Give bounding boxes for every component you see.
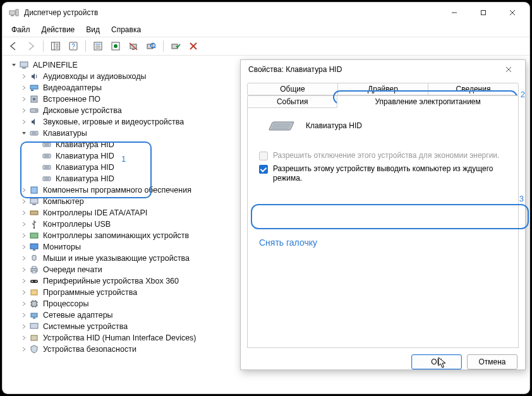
- caret-right-icon[interactable]: [19, 108, 29, 113]
- caret-down-icon[interactable]: [9, 63, 19, 68]
- tab-events[interactable]: События: [247, 95, 337, 108]
- svg-rect-44: [43, 165, 51, 169]
- svg-point-54: [33, 227, 35, 229]
- caret-right-icon[interactable]: [19, 267, 29, 272]
- svg-rect-53: [30, 211, 38, 215]
- enable-device-icon[interactable]: [169, 39, 183, 53]
- svg-rect-64: [31, 290, 37, 295]
- caret-right-icon[interactable]: [19, 279, 29, 284]
- checkbox-row-wake[interactable]: Разрешить этому устройству выводить комп…: [250, 164, 516, 183]
- help-icon[interactable]: ?: [66, 39, 80, 53]
- back-button[interactable]: [6, 39, 20, 53]
- dialog-title: Свойства: Клавиатура HID: [248, 65, 496, 74]
- svg-text:?: ?: [71, 43, 75, 50]
- keyboard-icon: [42, 140, 52, 150]
- caret-right-icon[interactable]: [19, 324, 29, 329]
- caret-right-icon[interactable]: [19, 199, 29, 204]
- dialog-titlebar: Свойства: Клавиатура HID: [241, 60, 525, 79]
- annotation-number-3: 3: [519, 194, 524, 203]
- hid-icon: [29, 333, 39, 343]
- svg-rect-57: [33, 249, 35, 251]
- caret-down-icon[interactable]: [19, 131, 29, 136]
- checkbox-wake[interactable]: [259, 165, 268, 174]
- display-adapter-icon: [29, 83, 39, 93]
- firmware-icon: [29, 94, 39, 104]
- processor-icon: [29, 299, 39, 309]
- svg-point-62: [32, 281, 33, 282]
- cancel-button[interactable]: Отмена: [467, 354, 517, 369]
- ide-controller-icon: [29, 208, 39, 218]
- svg-rect-77: [31, 335, 37, 340]
- svg-rect-30: [31, 90, 33, 91]
- caret-right-icon[interactable]: [19, 97, 29, 102]
- content-area: ALPINEFILE Аудиовходы и аудиовыходы Виде…: [3, 56, 529, 393]
- device-manager-icon: [9, 8, 19, 18]
- device-name-label: Клавиатура HID: [306, 121, 362, 130]
- caret-right-icon[interactable]: [19, 301, 29, 306]
- svg-rect-55: [30, 233, 38, 238]
- caret-right-icon[interactable]: [19, 313, 29, 318]
- properties-icon[interactable]: [91, 39, 105, 53]
- svg-rect-4: [481, 11, 486, 15]
- svg-rect-2: [11, 15, 14, 16]
- svg-point-19: [114, 44, 118, 48]
- checkbox-row-power-off: Разрешить отключение этого устройства дл…: [250, 151, 516, 160]
- scan-hardware-icon[interactable]: [144, 39, 158, 53]
- caret-right-icon[interactable]: [19, 347, 29, 352]
- update-driver-icon[interactable]: [109, 39, 123, 53]
- usb-controller-icon: [29, 219, 39, 229]
- tab-details[interactable]: Сведения: [428, 83, 519, 95]
- svg-rect-59: [32, 267, 36, 268]
- dialog-buttons: OK Отмена: [241, 348, 525, 376]
- network-icon: [29, 310, 39, 320]
- svg-rect-76: [30, 323, 38, 328]
- caret-right-icon[interactable]: [19, 222, 29, 227]
- annotation-number-2: 2: [521, 90, 525, 99]
- tab-power-management[interactable]: Управление электропитанием: [337, 95, 519, 108]
- menu-action[interactable]: Действие: [37, 24, 80, 35]
- caret-right-icon[interactable]: [19, 244, 29, 249]
- maximize-button[interactable]: [469, 3, 498, 23]
- caret-right-icon[interactable]: [19, 85, 29, 90]
- tab-driver[interactable]: Драйвер: [337, 83, 428, 95]
- annotation-remove-check: Снять галочку: [259, 237, 317, 248]
- menu-file[interactable]: Файл: [6, 24, 35, 35]
- gamepad-icon: [29, 276, 39, 286]
- menu-view[interactable]: Вид: [81, 24, 105, 35]
- caret-right-icon[interactable]: [19, 290, 29, 295]
- caret-right-icon[interactable]: [19, 256, 29, 261]
- svg-rect-52: [32, 204, 36, 205]
- ok-button[interactable]: OK: [411, 354, 462, 369]
- svg-rect-61: [30, 280, 38, 283]
- svg-rect-27: [20, 62, 28, 67]
- dialog-close-button[interactable]: [496, 60, 521, 79]
- svg-rect-47: [43, 177, 51, 181]
- svg-rect-1: [16, 9, 18, 16]
- disable-device-icon[interactable]: [126, 39, 140, 53]
- menu-help[interactable]: Справка: [106, 24, 146, 35]
- caret-right-icon[interactable]: [19, 119, 29, 124]
- caret-right-icon[interactable]: [19, 210, 29, 215]
- caret-right-icon[interactable]: [19, 74, 29, 79]
- svg-point-34: [35, 110, 37, 111]
- close-button[interactable]: [498, 3, 527, 23]
- svg-rect-32: [33, 98, 35, 100]
- tab-general[interactable]: Общие: [247, 83, 338, 95]
- window-title: Диспетчер устройств: [24, 8, 440, 17]
- checkbox-wake-label: Разрешить этому устройству выводить комп…: [273, 164, 507, 183]
- svg-rect-29: [30, 85, 38, 89]
- caret-right-icon[interactable]: [19, 335, 29, 340]
- uninstall-device-icon[interactable]: [186, 39, 200, 53]
- keyboard-icon: [42, 174, 52, 184]
- minimize-button[interactable]: [440, 3, 469, 23]
- checkbox-power-off-label: Разрешить отключение этого устройства дл…: [273, 151, 499, 160]
- caret-right-icon[interactable]: [19, 233, 29, 238]
- show-hide-tree-icon[interactable]: [49, 39, 63, 53]
- forward-button[interactable]: [24, 39, 38, 53]
- svg-point-63: [35, 281, 37, 282]
- svg-rect-38: [43, 143, 51, 147]
- computer-icon: [19, 60, 29, 70]
- caret-right-icon[interactable]: [19, 188, 29, 193]
- software-component-icon: [29, 185, 39, 195]
- toolbar: ?: [3, 37, 529, 56]
